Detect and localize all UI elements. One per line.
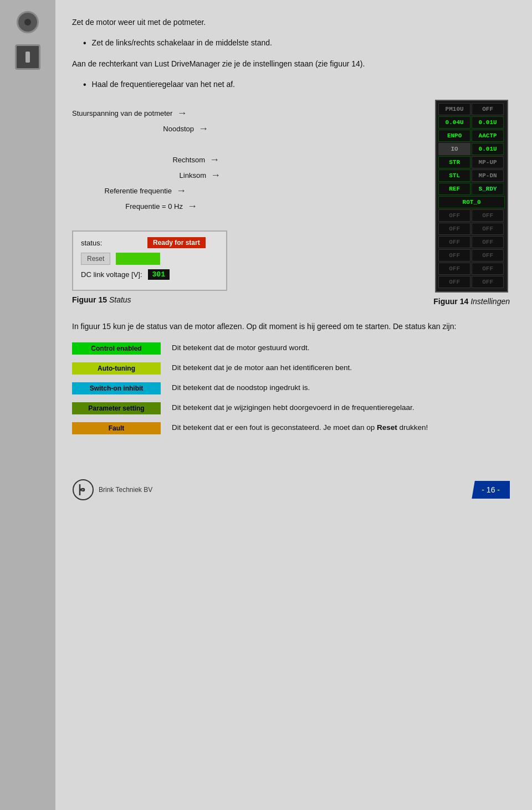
status-panel: status: Ready for start Reset DC link vo… (72, 230, 227, 291)
page-footer: Brink Techniek BV - 16 - (72, 479, 510, 501)
drive-row-5: STL MP-DN (438, 170, 505, 182)
drive-row-12: OFF OFF (438, 263, 505, 275)
svg-point-0 (73, 480, 93, 500)
cell-off-b3: OFF (472, 236, 504, 248)
status-row-main: status: Ready for start (81, 237, 218, 248)
status-green-indicator (116, 253, 160, 265)
arrow-2 (209, 154, 219, 166)
potmeter-icon (17, 11, 39, 33)
status-label: status: (81, 239, 142, 247)
cell-off-a3: OFF (438, 236, 470, 248)
status-row-reset: Reset (81, 253, 218, 265)
drive-row-8: OFF OFF (438, 209, 505, 222)
status-item-1: Auto-tuning Dit betekent dat je de motor… (72, 362, 510, 375)
label-row-0: Stuurspanning van de potmeter (72, 105, 417, 121)
cell-str: STR (438, 156, 470, 168)
drive-row-6: REF S_RDY (438, 183, 505, 195)
cell-pm10u: PM10U (438, 103, 470, 115)
label-row-5: Frequentie = 0 Hz (72, 198, 417, 214)
cell-enpo: ENPO (438, 130, 470, 142)
drive-row-7: ROT_0 (438, 196, 505, 208)
brink-logo: Brink Techniek BV (72, 479, 152, 501)
company-name: Brink Techniek BV (99, 486, 152, 494)
badge-autotuning: Auto-tuning (72, 362, 161, 375)
figure14-caption: Figuur 14 Instellingen (433, 297, 510, 306)
status-item-2: Switch-on inhibit Dit betekent dat de no… (72, 382, 510, 394)
status-ready-badge: Ready for start (147, 237, 206, 248)
cell-rot0: ROT_0 (438, 196, 505, 208)
drive-row-1: 0.04U 0.01U (438, 116, 505, 129)
arrow-5 (187, 201, 197, 212)
label-row-4: Referentie frequentie (72, 183, 417, 198)
reset-button[interactable]: Reset (81, 253, 110, 265)
cell-off-b5: OFF (472, 263, 504, 275)
line1: Zet de motor weer uit met de potmeter. (72, 17, 510, 28)
status-row-dc: DC link voltage [V]: 301 (81, 269, 218, 280)
badge-fault: Fault (72, 422, 161, 434)
dc-label: DC link voltage [V]: (81, 270, 142, 279)
label-row-3: Linksom (72, 167, 417, 183)
cell-off-b2: OFF (472, 223, 504, 235)
figure15-area: status: Ready for start Reset DC link vo… (72, 230, 417, 304)
figure15-caption: Figuur 15 Status (72, 295, 417, 304)
bullet1: Zet de links/rechts schakelaar in de mid… (83, 38, 510, 48)
brink-logo-icon (72, 479, 94, 501)
bullet2: Haal de frequentieregelaar van het net a… (83, 80, 510, 90)
badge-switchon: Switch-on inhibit (72, 382, 161, 394)
labels-arrows: Stuurspanning van de potmeter Noodstop R… (72, 105, 417, 214)
arrow-0 (177, 107, 187, 119)
status-items-section: Control enabled Dit betekent dat de moto… (72, 342, 510, 434)
desc-line1: In figuur 15 kun je de status van de mot… (72, 321, 510, 332)
left-sidebar (0, 0, 55, 810)
cell-off-a1: OFF (438, 209, 470, 222)
status-item-0: Control enabled Dit betekent dat de moto… (72, 342, 510, 355)
drive-row-10: OFF OFF (438, 236, 505, 248)
labels-section: Stuurspanning van de potmeter Noodstop R… (72, 100, 417, 315)
cell-srdy: S_RDY (472, 183, 504, 195)
cell-001u-2: 0.01U (472, 143, 504, 155)
cell-off-b1: OFF (472, 209, 504, 222)
badge-param: Parameter setting (72, 402, 161, 414)
cell-off-a2: OFF (438, 223, 470, 235)
cell-mp-up: MP-UP (472, 156, 504, 168)
cell-stl: STL (438, 170, 470, 182)
cell-off-b4: OFF (472, 249, 504, 262)
drive-row-3: IO 0.01U (438, 143, 505, 155)
page-number: - 16 - (472, 481, 510, 499)
drive-row-9: OFF OFF (438, 223, 505, 235)
cell-ref: REF (438, 183, 470, 195)
arrow-4 (176, 185, 186, 197)
cell-001u-1: 0.01U (472, 116, 504, 129)
drive-row-11: OFF OFF (438, 249, 505, 262)
arrow-3 (211, 170, 221, 181)
drive-row-13: OFF OFF (438, 276, 505, 288)
drive-panel: PM10U OFF 0.04U 0.01U ENPO AACTP IO 0.01… (433, 100, 510, 306)
dc-value: 301 (148, 269, 170, 280)
arrow-1 (198, 123, 208, 135)
main-content: Zet de motor weer uit met de potmeter. Z… (55, 0, 532, 810)
switch-icon (15, 44, 40, 70)
cell-004u: 0.04U (438, 116, 470, 129)
cell-off-a6: OFF (438, 276, 470, 288)
cell-off-a5: OFF (438, 263, 470, 275)
label-row-2: Rechtsom (72, 152, 417, 167)
cell-mp-dn: MP-DN (472, 170, 504, 182)
status-item-4: Fault Dit betekent dat er een fout is ge… (72, 422, 510, 434)
status-item-3: Parameter setting Dit betekent dat je wi… (72, 402, 510, 414)
drive-display: PM10U OFF 0.04U 0.01U ENPO AACTP IO 0.01… (435, 100, 508, 293)
drive-row-4: STR MP-UP (438, 156, 505, 168)
line2: Aan de rechterkant van Lust DriveManager… (72, 58, 510, 70)
cell-off-a4: OFF (438, 249, 470, 262)
cell-io: IO (438, 143, 470, 155)
cell-aactp: AACTP (472, 130, 504, 142)
cell-off-b6: OFF (472, 276, 504, 288)
drive-row-0: PM10U OFF (438, 103, 505, 115)
label-row-1: Noodstop (72, 121, 417, 136)
cell-off-0: OFF (472, 103, 504, 115)
label-row-spacer (72, 136, 417, 152)
badge-control: Control enabled (72, 342, 161, 355)
drive-row-2: ENPO AACTP (438, 130, 505, 142)
figure-area: Stuurspanning van de potmeter Noodstop R… (72, 100, 510, 315)
